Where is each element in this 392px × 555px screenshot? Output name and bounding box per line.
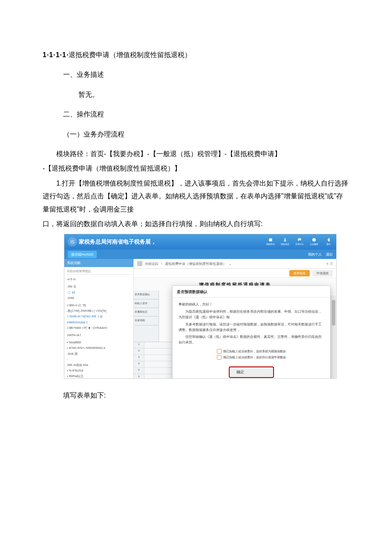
sidebar-item[interactable]: J %HM-di f M(%U Wft: J 连 bbox=[67, 314, 131, 319]
form-left-label: 纳税人基本 bbox=[134, 299, 159, 308]
app-subheader: 提供端Hv2020 我的个人 退出 bbox=[64, 250, 336, 259]
header-icon-exit[interactable]: 退出 bbox=[324, 238, 333, 246]
section-1-title: 一、业务描述 bbox=[63, 68, 349, 81]
modal-paragraph: 为提高留抵退税申请便利性，根据您在税务系统内部存储的发票、申报、出口等涉税信息，… bbox=[179, 309, 324, 320]
after-shot-text: 填写表单如下: bbox=[63, 389, 349, 402]
heading-number: 1·1·1·1· bbox=[43, 51, 69, 58]
svg-point-3 bbox=[312, 238, 316, 242]
svg-rect-2 bbox=[284, 240, 286, 241]
section-2-title: 二、操作流程 bbox=[63, 108, 349, 121]
scrollbar-thumb[interactable] bbox=[332, 300, 335, 325]
confirm-modal: 是否预填数据确认 尊敬的纳税人，您好！ 为提高留抵退税申请便利性，根据您在税务系… bbox=[172, 285, 331, 378]
scrollbar[interactable] bbox=[331, 296, 336, 378]
header-icon-label: 我的信息 bbox=[281, 242, 289, 247]
app-screenshot: IS 家税务总局河南省电子税务展， 我的待办 我的信息 互动中心 公众服务 bbox=[64, 234, 337, 379]
step-1-b: 口，将返回的数据自动填入表单；如选择自行填报，则由纳税人自行填写: bbox=[43, 218, 349, 230]
form-area: 增值税制度性留抵退税申请表 基本数据确认 纳税人基本 所属期信息 表单明细 1 … bbox=[134, 278, 336, 378]
sidebar-item[interactable]: - bbox=[67, 357, 131, 362]
subheader-link-2[interactable]: 退出 bbox=[326, 251, 333, 258]
form-left-label: 所属期信息 bbox=[134, 308, 159, 317]
home-icon[interactable] bbox=[137, 261, 142, 266]
close-icon[interactable]: ✕ ☰ bbox=[326, 261, 333, 267]
sidebar-item[interactable]: -二 48 bbox=[67, 290, 131, 295]
modal-greeting: 尊敬的纳税人，您好！ bbox=[179, 302, 324, 308]
main-panel: 办税追踪 › 退抵税费申请（增值税制度性留抵退税） ⌄ ✕ ☰ 在审保存 申请退… bbox=[134, 259, 336, 378]
header-icon-label: 我的待办 bbox=[266, 242, 275, 247]
sidebar: 系统功能 自助办税管理信息 -b-5 m -3W 页 -二 48 -IrrtM … bbox=[64, 259, 134, 378]
sidebar-item[interactable]: -b-5 m bbox=[67, 276, 131, 282]
sidebar-item[interactable]: J $IM-4 I入 "ft) bbox=[67, 302, 131, 308]
modal-options: 我已知晓上述法律责任，选择系统为我预填数据 我已知晓上述法律责任，选择自行填报申… bbox=[179, 349, 324, 360]
step-1-a: 1.打开【增值税增值税制度性留抵退税】，进入该事项后，首先会弹出如下提示，纳税人… bbox=[43, 177, 349, 216]
sidebar-item[interactable]: • IK%K<fHV<,%IWWIWIA2 a bbox=[67, 345, 131, 351]
section-1-body: 暂无。 bbox=[78, 88, 349, 101]
sidebar-subtitle: 自助办税管理信息 bbox=[67, 269, 131, 275]
heading-text: 退抵税费申请（增值税制度性留抵退税） bbox=[69, 51, 191, 58]
header-icon-label: 退出 bbox=[326, 242, 331, 247]
sidebar-item[interactable]: • %ixaffttM bbox=[67, 340, 131, 345]
svg-rect-0 bbox=[269, 238, 272, 241]
sidebar-title: 系统功能 bbox=[64, 260, 133, 267]
modal-paragraph: 但您审核确认《退（抵）税申请表》数据的合规性、真实性、完整性，准确性责任仍应由您… bbox=[179, 334, 324, 346]
header-icon-interact[interactable]: 互动中心 bbox=[295, 238, 304, 246]
sidebar-item[interactable]: J4Kt%-IA f bbox=[67, 332, 131, 338]
section-2-sub1: （一）业务办理流程 bbox=[63, 128, 349, 141]
sidebar-item[interactable]: • %-fr%UGA bbox=[67, 368, 131, 373]
app-header: IS 家税务总局河南省电子税务展， 我的待办 我的信息 互动中心 公众服务 bbox=[64, 234, 336, 250]
confirm-button[interactable]: 确定 bbox=[229, 366, 274, 378]
option-prefill[interactable]: 我已知晓上述法律责任，选择系统为我预填数据 bbox=[217, 349, 286, 354]
form-left-label: 表单明细 bbox=[134, 317, 159, 325]
crumb-1[interactable]: 办税追踪 bbox=[145, 261, 159, 267]
header-icon-label: 公众服务 bbox=[310, 242, 318, 247]
sidebar-item[interactable]: • ItWKal以立 bbox=[67, 373, 131, 378]
crumb-chevron-icon[interactable]: ⌄ bbox=[229, 261, 232, 267]
save-button[interactable]: 在审保存 bbox=[289, 270, 310, 276]
modal-paragraph: 关参考数据进行预填。请您进一步核对预填数据，如预填数据有误，可对相关数据进行手工… bbox=[179, 322, 324, 333]
breadcrumb: 办税追踪 › 退抵税费申请（增值税制度性留抵退税） ⌄ ✕ ☰ bbox=[134, 259, 336, 269]
sidebar-item[interactable]: J $ft>%M4 I 约" ■ · CH%AAH> bbox=[67, 325, 131, 331]
header-icon-todo[interactable]: 我的待办 bbox=[266, 238, 275, 246]
reset-button[interactable]: 申请退税 bbox=[312, 270, 333, 276]
module-path-2: -【退抵税费申请（增值税制度性留抵退税）】 bbox=[43, 162, 349, 175]
sidebar-item[interactable]: JNK-II•曾丽 Mra bbox=[67, 362, 131, 368]
option-self-fill[interactable]: 我已知晓上述法律责任，选择自行填报申请数据 bbox=[217, 355, 286, 360]
form-left-label: 基本数据确认 bbox=[134, 291, 159, 299]
header-icon-public[interactable]: 公众服务 bbox=[310, 238, 318, 246]
app-logo: IS bbox=[68, 237, 77, 247]
svg-point-1 bbox=[284, 238, 286, 240]
sidebar-item[interactable]: -3W 页 bbox=[67, 284, 131, 289]
subheader-link-1[interactable]: 我的个人 bbox=[308, 251, 322, 258]
header-icon-label: 互动中心 bbox=[295, 242, 304, 247]
header-icon-row: 我的待办 我的信息 互动中心 公众服务 退出 bbox=[266, 238, 333, 246]
option-label: 我已知晓上述法律责任，选择自行填报申请数据 bbox=[223, 355, 286, 360]
sidebar-item[interactable]: -股(CYM) J%KHfB-/ | <VG(%) bbox=[67, 308, 131, 314]
checkbox-icon[interactable] bbox=[217, 349, 222, 354]
checkbox-icon[interactable] bbox=[217, 355, 222, 360]
subheader-badge[interactable]: 提供端Hv2020 bbox=[68, 251, 97, 258]
toolbar: 在审保存 申请退税 bbox=[134, 269, 336, 278]
module-path-1: 模块路径：首页-【我要办税】-【一般退（抵）税管理】-【退抵税费申请】 bbox=[43, 148, 349, 160]
doc-heading: 1·1·1·1·退抵税费申请（增值税制度性留抵退税） bbox=[43, 49, 349, 61]
crumb-2[interactable]: 退抵税费申请（增值税制度性留抵退税） bbox=[165, 261, 226, 267]
crumb-sep: › bbox=[161, 261, 162, 267]
app-title: 家税务总局河南省电子税务展， bbox=[79, 237, 156, 247]
sidebar-item[interactable]: mitMinGnutsa 1 bbox=[67, 320, 131, 325]
sidebar-item[interactable]: -IrrtM bbox=[67, 295, 131, 301]
sidebar-item[interactable]: -SHtl 团 bbox=[67, 351, 131, 357]
option-label: 我已知晓上述法律责任，选择系统为我预填数据 bbox=[223, 349, 286, 354]
app-logo-text: IS bbox=[70, 238, 74, 246]
header-icon-info[interactable]: 我的信息 bbox=[281, 238, 289, 246]
modal-title: 是否预填数据确认 bbox=[173, 286, 330, 298]
modal-body: 尊敬的纳税人，您好！ 为提高留抵退税申请便利性，根据您在税务系统内部存储的发票、… bbox=[173, 298, 330, 366]
